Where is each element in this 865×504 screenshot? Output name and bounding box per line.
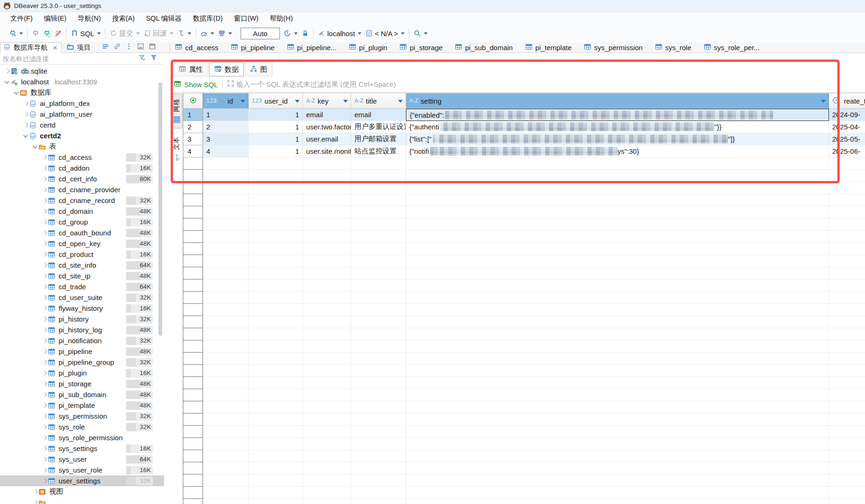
disconnect-button[interactable]: [54, 30, 62, 37]
tree-item-cd_trade[interactable]: cd_trade64K: [0, 281, 164, 292]
grid-cell[interactable]: 3: [203, 133, 248, 145]
link-editor-icon[interactable]: [113, 43, 121, 52]
editor-tab-sys_role_per[interactable]: sys_role_per...: [704, 43, 760, 52]
grid-cell[interactable]: 1: [248, 121, 303, 133]
chevron-right-icon[interactable]: [41, 284, 48, 290]
tree-item-pi_history_log[interactable]: pi_history_log48K: [0, 324, 164, 335]
tree-item-pi_pipeline_group[interactable]: pi_pipeline_group32K: [0, 357, 164, 368]
chevron-right-icon[interactable]: [41, 478, 48, 484]
tree-item-db.sqlite[interactable]: db.sqlite: [0, 66, 164, 76]
tree-item-视图[interactable]: 视图: [0, 486, 164, 497]
search-button[interactable]: [414, 30, 428, 37]
presentation-grid-tab[interactable]: 网格: [171, 94, 182, 128]
new-connection-button[interactable]: [9, 30, 23, 37]
chevron-right-icon[interactable]: [41, 348, 48, 355]
tab-data[interactable]: 数据: [209, 62, 244, 76]
grid-cell[interactable]: 1: [248, 109, 303, 121]
tree-item-flyway_history[interactable]: flyway_history16K: [0, 303, 164, 314]
select-all-cell[interactable]: [183, 93, 203, 109]
collapse-all-icon[interactable]: [102, 43, 109, 52]
commit-button[interactable]: 提交: [110, 29, 140, 38]
chevron-right-icon[interactable]: [41, 359, 48, 366]
create-time-cell[interactable]: 2024-09-: [829, 109, 865, 121]
grid-cell[interactable]: 用户邮箱设置: [351, 133, 406, 145]
reconnect-button[interactable]: [43, 30, 51, 37]
column-header-reate_t[interactable]: reate_t: [829, 93, 865, 109]
column-header-id[interactable]: 123id: [203, 93, 248, 109]
chevron-right-icon[interactable]: [41, 294, 48, 301]
tree-item-cd_open_key[interactable]: cd_open_key48K: [0, 238, 164, 249]
tree-item-ai_platform_dex[interactable]: ai_platform_dex: [0, 98, 164, 109]
column-header-title[interactable]: A-Ztitle: [351, 93, 406, 109]
sql-filter-input[interactable]: 输入一个 SQL 表达式来过滤结果 (使用 Ctrl+Space): [236, 80, 396, 89]
chevron-right-icon[interactable]: [41, 435, 48, 441]
grid-cell[interactable]: 用户多重认证设置: [351, 121, 406, 133]
editor-tab-sys_role[interactable]: sys_role: [655, 43, 692, 52]
performance-button[interactable]: [200, 30, 214, 37]
chevron-right-icon[interactable]: [41, 305, 48, 312]
chevron-down-icon[interactable]: [32, 143, 38, 150]
setting-cell[interactable]: {"notifiys":30}: [406, 145, 829, 158]
column-header-user_id[interactable]: 123user_id: [248, 93, 303, 109]
chevron-down-icon[interactable]: [13, 90, 20, 96]
lock-button[interactable]: [301, 30, 309, 37]
grid-cell[interactable]: user.email: [303, 133, 351, 145]
tree-item-cd_addon[interactable]: cd_addon16K: [0, 163, 164, 173]
column-filter-caret[interactable]: [343, 100, 348, 103]
filter-connected-icon[interactable]: [139, 54, 146, 63]
tree-item-cd_site_info[interactable]: cd_site_info64K: [0, 260, 164, 271]
tree-item-cd_cert_info[interactable]: cd_cert_info80K: [0, 173, 164, 184]
chevron-right-icon[interactable]: [41, 241, 48, 247]
chevron-right-icon[interactable]: [41, 230, 48, 236]
transaction-log-button[interactable]: [284, 30, 298, 37]
chevron-right-icon[interactable]: [41, 424, 48, 430]
filter-settings-icon[interactable]: [150, 54, 158, 63]
create-time-cell[interactable]: 2025-06-: [829, 145, 865, 158]
grid-cell[interactable]: user.two.factor: [303, 121, 351, 133]
chevron-right-icon[interactable]: [23, 122, 29, 128]
grid-row-1[interactable]: 111emailemail{"enabled":2024-09-: [183, 109, 865, 121]
tree-item-ai_platform_user[interactable]: ai_platform_user: [0, 109, 164, 120]
editor-tab-pi_plugin[interactable]: pi_plugin: [349, 43, 387, 52]
row-number[interactable]: 1: [183, 109, 203, 121]
chevron-right-icon[interactable]: [41, 381, 48, 387]
column-header-key[interactable]: A-Zkey: [303, 93, 351, 109]
chevron-right-icon[interactable]: [23, 100, 29, 107]
chevron-down-icon[interactable]: [23, 133, 29, 139]
chevron-right-icon[interactable]: [41, 176, 48, 182]
editor-tab-sys_permission[interactable]: sys_permission: [584, 43, 642, 52]
tree-item-cd_product[interactable]: cd_product16K: [0, 249, 164, 260]
menu-item-7[interactable]: 帮助(H): [264, 14, 298, 23]
transaction-mode-button[interactable]: [177, 30, 191, 37]
grid-row-3[interactable]: 331user.email用户邮箱设置{"list":[""]}2025-05-: [183, 133, 865, 145]
tree-item-cd_group[interactable]: cd_group16K: [0, 217, 164, 227]
chevron-right-icon[interactable]: [41, 402, 48, 409]
chevron-right-icon[interactable]: [41, 165, 48, 172]
grid-row-4[interactable]: 441user.site.monitor站点监控设置{"notifiys":30…: [183, 145, 865, 158]
chevron-right-icon[interactable]: [41, 197, 48, 204]
create-time-cell[interactable]: 2025-05-: [829, 133, 865, 145]
grid-cell[interactable]: 站点监控设置: [351, 145, 406, 158]
tree-item-sys_user[interactable]: sys_user64K: [0, 454, 164, 465]
tree-item-cd_oauth_bound[interactable]: cd_oauth_bound48K: [0, 227, 164, 238]
chevron-right-icon[interactable]: [41, 338, 48, 344]
menu-item-5[interactable]: 数据库(D): [187, 14, 228, 23]
sidebar-scrollbar[interactable]: [158, 83, 162, 336]
show-sql-button[interactable]: Show SQL: [174, 80, 218, 89]
minimize-icon[interactable]: [137, 43, 144, 52]
editor-tab-pi_storage[interactable]: pi_storage: [399, 43, 443, 52]
tree-item-localhost[interactable]: localhostlocalhost:3309: [0, 76, 164, 87]
active-connection-select[interactable]: localhost: [318, 30, 361, 38]
connection-filter-input[interactable]: [0, 55, 123, 62]
chevron-right-icon[interactable]: [41, 467, 48, 474]
column-header-setting[interactable]: A-Zsetting: [406, 93, 829, 109]
view-menu-icon[interactable]: [125, 43, 133, 52]
tab-diagram[interactable]: 图: [245, 62, 272, 76]
chevron-right-icon[interactable]: [23, 111, 29, 118]
chevron-right-icon[interactable]: [41, 391, 48, 398]
tree-item-数据库[interactable]: 数据库: [0, 87, 164, 98]
editor-tab-pi_pipeline[interactable]: pi_pipeline...: [287, 43, 337, 52]
setting-cell[interactable]: {"authenti"}}: [406, 121, 829, 133]
chevron-right-icon[interactable]: [41, 219, 48, 226]
tree-item-certd2[interactable]: certd2: [0, 130, 164, 141]
